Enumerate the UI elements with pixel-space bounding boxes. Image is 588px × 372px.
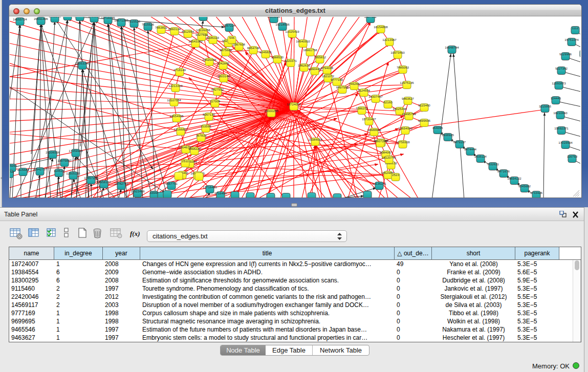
svg-text:2603144: 2603144 xyxy=(217,74,230,78)
svg-text:2487682: 2487682 xyxy=(364,17,377,18)
svg-text:8454749: 8454749 xyxy=(247,46,260,50)
svg-text:10654122: 10654122 xyxy=(507,177,521,180)
svg-text:13226058: 13226058 xyxy=(196,28,210,32)
svg-text:16120746: 16120746 xyxy=(382,156,396,159)
svg-text:8912954: 8912954 xyxy=(182,30,194,33)
svg-text:9474444: 9474444 xyxy=(464,147,477,151)
svg-text:3675685: 3675685 xyxy=(220,48,232,52)
svg-text:1115689: 1115689 xyxy=(17,168,29,171)
svg-text:6794028: 6794028 xyxy=(321,66,334,70)
svg-text:7663822: 7663822 xyxy=(155,26,168,29)
svg-text:6479197: 6479197 xyxy=(453,140,466,144)
svg-text:19218506: 19218506 xyxy=(275,23,290,26)
svg-text:16154808: 16154808 xyxy=(374,25,388,29)
svg-text:10107554: 10107554 xyxy=(167,98,181,102)
svg-text:6497568: 6497568 xyxy=(336,85,349,89)
svg-text:12942737: 12942737 xyxy=(33,167,47,171)
svg-text:435051: 435051 xyxy=(10,164,17,167)
svg-text:17857255: 17857255 xyxy=(84,176,98,180)
svg-text:7632621: 7632621 xyxy=(487,162,499,166)
svg-text:8471676: 8471676 xyxy=(497,169,510,173)
svg-text:9777169: 9777169 xyxy=(331,78,343,81)
svg-text:12923466: 12923466 xyxy=(130,189,145,193)
svg-text:1588520: 1588520 xyxy=(271,55,284,59)
svg-text:116753: 116753 xyxy=(567,155,578,158)
svg-text:10025438: 10025438 xyxy=(393,107,407,111)
svg-text:1112: 1112 xyxy=(572,26,579,30)
svg-text:164095: 164095 xyxy=(432,126,443,129)
svg-text:9227342: 9227342 xyxy=(555,67,568,70)
svg-text:13716485: 13716485 xyxy=(203,185,217,189)
svg-text:1862615: 1862615 xyxy=(298,63,311,67)
svg-text:10756928: 10756928 xyxy=(396,140,410,144)
svg-text:8427552: 8427552 xyxy=(211,87,224,91)
svg-text:546: 546 xyxy=(229,36,235,39)
svg-text:9327503: 9327503 xyxy=(195,33,208,36)
svg-text:9463627: 9463627 xyxy=(402,97,415,100)
svg-text:2367608: 2367608 xyxy=(233,42,246,46)
svg-text:2523: 2523 xyxy=(392,173,399,177)
svg-text:9242845: 9242845 xyxy=(217,61,230,65)
svg-text:13495799: 13495799 xyxy=(402,112,416,116)
svg-text:20053346: 20053346 xyxy=(75,61,90,65)
svg-text:15720407: 15720407 xyxy=(362,117,376,121)
svg-text:15751074: 15751074 xyxy=(564,38,579,41)
svg-text:124441: 124441 xyxy=(551,96,561,100)
svg-text:15692371: 15692371 xyxy=(554,126,569,130)
svg-text:746266: 746266 xyxy=(349,82,360,85)
svg-text:9716465: 9716465 xyxy=(214,191,227,195)
svg-text:8660124: 8660124 xyxy=(168,27,181,31)
svg-text:16210643: 16210643 xyxy=(553,111,568,115)
svg-text:7357224: 7357224 xyxy=(223,24,236,27)
svg-text:7386372: 7386372 xyxy=(356,106,368,110)
svg-text:20691406: 20691406 xyxy=(34,17,48,20)
svg-text:9146821: 9146821 xyxy=(259,50,272,54)
svg-text:7515526: 7515526 xyxy=(142,23,155,26)
svg-text:2718149: 2718149 xyxy=(173,68,186,72)
svg-text:10688609: 10688609 xyxy=(367,128,381,132)
svg-text:12505135: 12505135 xyxy=(66,171,80,175)
svg-text:12213967: 12213967 xyxy=(382,38,397,41)
svg-text:367833: 367833 xyxy=(196,134,207,137)
svg-text:13325419: 13325419 xyxy=(285,30,299,33)
svg-text:9245682: 9245682 xyxy=(518,184,531,188)
svg-text:12093873: 12093873 xyxy=(552,81,566,85)
svg-text:2935114: 2935114 xyxy=(474,155,487,158)
svg-text:1733426: 1733426 xyxy=(530,191,543,194)
svg-text:14055724: 14055724 xyxy=(13,17,27,21)
svg-text:16648784: 16648784 xyxy=(445,46,459,49)
svg-text:14136141: 14136141 xyxy=(372,182,386,185)
svg-text:7485063: 7485063 xyxy=(397,65,409,69)
svg-text:9129966: 9129966 xyxy=(559,52,572,56)
svg-text:10973493: 10973493 xyxy=(390,51,405,54)
svg-text:1990448: 1990448 xyxy=(309,67,321,71)
svg-text:16640910: 16640910 xyxy=(296,39,310,43)
svg-text:1621072: 1621072 xyxy=(322,74,335,78)
svg-text:33948: 33948 xyxy=(149,191,159,194)
svg-text:3215955: 3215955 xyxy=(539,104,552,108)
svg-text:13975887: 13975887 xyxy=(57,159,72,162)
svg-text:8813054: 8813054 xyxy=(268,17,280,18)
svg-text:f(x): f(x) xyxy=(130,230,140,237)
svg-text:3124554: 3124554 xyxy=(358,89,371,92)
svg-text:10719135: 10719135 xyxy=(101,17,115,19)
svg-text:1865291: 1865291 xyxy=(49,17,61,18)
svg-text:18724007: 18724007 xyxy=(287,102,301,106)
svg-text:10958107: 10958107 xyxy=(97,180,111,184)
svg-text:17359928: 17359928 xyxy=(69,149,83,152)
svg-text:6466160: 6466160 xyxy=(88,17,101,18)
svg-text:23420046: 23420046 xyxy=(202,58,216,61)
svg-text:62160: 62160 xyxy=(383,100,393,104)
svg-text:9657791: 9657791 xyxy=(165,182,178,185)
svg-text:8220371: 8220371 xyxy=(285,59,297,62)
svg-text:17016504: 17016504 xyxy=(558,141,573,144)
svg-text:9084067: 9084067 xyxy=(380,150,393,154)
svg-text:39154: 39154 xyxy=(10,170,14,173)
svg-text:16671355: 16671355 xyxy=(114,18,128,22)
svg-text:19654935: 19654935 xyxy=(169,114,184,118)
svg-text:19166827: 19166827 xyxy=(173,127,188,131)
svg-text:9115460: 9115460 xyxy=(418,103,430,107)
svg-text:8186323: 8186323 xyxy=(207,36,220,39)
svg-text:19384554: 19384554 xyxy=(308,138,322,141)
svg-text:16961758: 16961758 xyxy=(303,48,317,52)
